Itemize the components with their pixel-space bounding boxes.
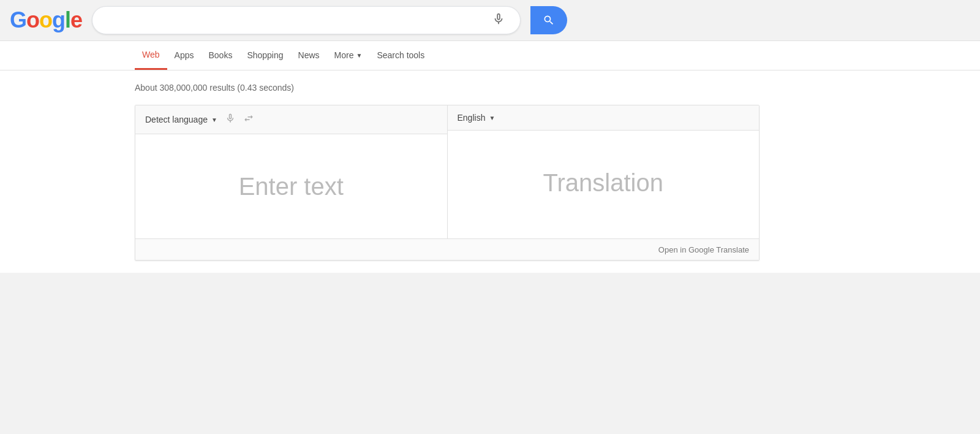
detect-language-label: Detect language <box>145 115 208 124</box>
nav-item-books[interactable]: Books <box>201 40 239 70</box>
target-panel-content: Translation <box>448 131 760 235</box>
nav-item-search-tools[interactable]: Search tools <box>369 40 432 70</box>
translate-widget: Detect language ▼ Enter <box>135 105 760 261</box>
nav-item-web[interactable]: Web <box>135 40 167 70</box>
more-chevron-icon: ▼ <box>356 52 362 59</box>
mic-icon[interactable] <box>492 12 505 29</box>
enter-text-placeholder: Enter text <box>239 173 344 200</box>
nav-item-news[interactable]: News <box>291 40 327 70</box>
detect-language-selector[interactable]: Detect language ▼ <box>145 115 217 124</box>
source-mic-icon[interactable] <box>225 113 236 126</box>
translate-footer: Open in Google Translate <box>135 238 759 260</box>
swap-languages-icon[interactable] <box>243 113 254 126</box>
main-content: About 308,000,000 results (0.43 seconds)… <box>0 70 980 273</box>
target-panel-header: English ▼ <box>448 105 760 131</box>
nav-bar: Web Apps Books Shopping News More ▼ Sear… <box>0 41 980 70</box>
source-panel-content[interactable]: Enter text <box>135 134 447 238</box>
target-language-label: English <box>458 113 486 123</box>
source-panel-header: Detect language ▼ <box>135 105 447 134</box>
nav-item-apps[interactable]: Apps <box>167 40 202 70</box>
search-button[interactable] <box>530 6 567 34</box>
logo[interactable]: Google <box>10 9 82 31</box>
translate-panels: Detect language ▼ Enter <box>135 105 759 238</box>
open-in-google-translate-link[interactable]: Open in Google Translate <box>658 245 749 254</box>
nav-item-more[interactable]: More ▼ <box>327 40 370 70</box>
target-language-chevron-icon: ▼ <box>489 115 495 121</box>
translate-source-panel: Detect language ▼ Enter <box>135 105 448 238</box>
search-input[interactable]: translate <box>102 14 487 27</box>
nav-item-shopping[interactable]: Shopping <box>239 40 290 70</box>
detect-language-chevron-icon: ▼ <box>211 116 217 123</box>
translate-target-panel: English ▼ Translation <box>448 105 760 238</box>
translation-placeholder: Translation <box>543 169 663 197</box>
header: Google translate <box>0 0 980 41</box>
target-language-selector[interactable]: English ▼ <box>458 113 496 123</box>
results-info: About 308,000,000 results (0.43 seconds) <box>135 83 845 93</box>
search-bar: translate <box>92 6 521 34</box>
